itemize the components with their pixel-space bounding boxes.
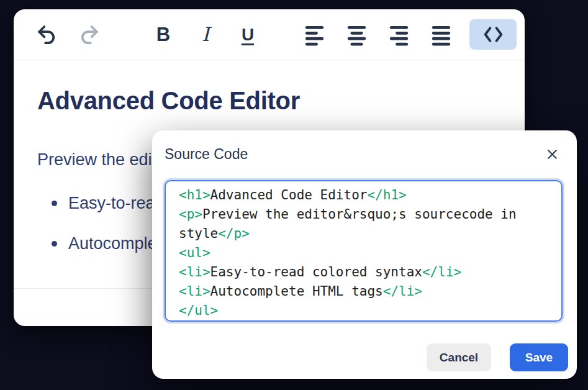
align-left-button[interactable] [301,21,328,48]
italic-icon: I [202,25,209,44]
align-justify-icon [430,23,453,46]
code-tag-token: </p> [218,226,250,241]
cancel-button[interactable]: Cancel [427,343,491,371]
redo-button[interactable] [75,21,102,48]
code-line: </ul> [179,301,550,320]
code-tag-token: </li> [422,265,461,279]
align-center-icon [345,23,368,46]
undo-button[interactable] [33,21,60,48]
code-tag-token: </h1> [367,188,406,202]
dialog-header: Source Code [152,130,577,165]
code-line: <li>Autocomplete HTML tags</li> [179,282,550,301]
code-line: <h1>Advanced Code Editor</h1> [179,186,550,205]
code-tag-token: <ul> [179,245,210,260]
close-button[interactable] [541,143,563,165]
dialog-title: Source Code [165,146,248,163]
underline-icon: U [242,26,254,43]
code-icon [482,23,505,46]
align-right-button[interactable] [385,21,412,48]
bold-button[interactable]: B [150,21,177,48]
source-code-dialog: Source Code <h1>Advanced Code Editor</h1… [152,130,577,379]
italic-button[interactable]: I [192,21,219,48]
align-left-icon [303,23,326,46]
justify-button[interactable] [427,21,455,48]
dialog-footer: Cancel Save [427,343,568,371]
editor-toolbar: BIU [14,9,525,60]
code-tag-token: <li> [179,265,210,279]
save-button[interactable]: Save [510,343,568,371]
code-tag-token: </li> [383,284,422,299]
code-text-token: Easy-to-read colored syntax [210,265,422,279]
redo-icon [78,23,101,46]
screen-background: { "colors": { "background": "#0c0d1d", "… [0,0,588,390]
code-tag-token: <li> [179,284,210,299]
content-heading: Advanced Code Editor [37,86,501,116]
x-icon [545,147,559,161]
bold-icon: B [156,25,170,44]
code-line: <ul> [179,243,550,263]
code-line: <li>Easy-to-read colored syntax</li> [179,263,550,282]
code-text-token: Advanced Code Editor [210,188,368,202]
source-code-button[interactable] [469,19,517,50]
align-center-button[interactable] [343,21,370,48]
code-text-token: Autocomplete HTML tags [210,284,383,299]
code-tag-token: <p> [179,207,202,222]
align-right-icon [387,23,410,46]
undo-icon [35,23,58,46]
code-tag-token: </ul> [179,303,218,318]
code-line: <p>Preview the editor&rsquo;s sourcecode… [179,205,550,243]
code-tag-token: <h1> [179,188,210,202]
source-code-textarea[interactable]: <h1>Advanced Code Editor</h1><p>Preview … [165,180,563,322]
underline-button[interactable]: U [234,21,261,48]
